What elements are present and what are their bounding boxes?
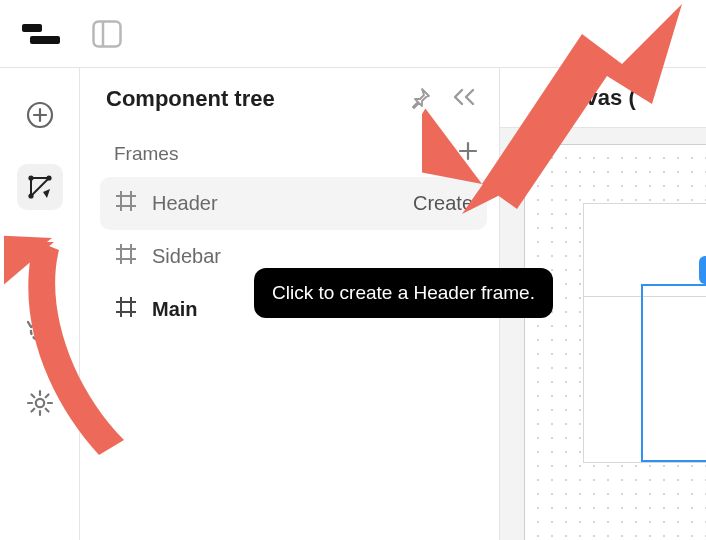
left-rail (0, 68, 80, 540)
canvas-header: Canvas ( (500, 68, 706, 128)
history-icon[interactable] (17, 308, 63, 354)
frames-label: Frames (114, 143, 178, 165)
top-bar (0, 0, 706, 68)
artboard-frame[interactable]: Toeg N able1 (583, 203, 706, 463)
add-component-icon[interactable] (17, 92, 63, 138)
svg-point-12 (35, 399, 43, 407)
svg-line-17 (31, 395, 34, 398)
component-tree-icon[interactable] (17, 164, 63, 210)
panel-title: Component tree (106, 86, 275, 112)
settings-icon[interactable] (17, 380, 63, 426)
pin-icon[interactable] (409, 87, 431, 112)
svg-line-19 (31, 409, 34, 412)
code-icon[interactable] (17, 236, 63, 282)
frame-row-header[interactable]: Header Create (100, 177, 487, 230)
svg-line-11 (39, 250, 43, 268)
canvas-artboard[interactable]: Toeg N able1 (524, 144, 706, 540)
panel-header: Component tree (80, 68, 499, 126)
selected-table[interactable] (641, 284, 706, 462)
collapse-icon[interactable] (451, 87, 477, 112)
frame-icon (114, 242, 138, 271)
frame-icon (114, 189, 138, 218)
app-logo[interactable] (22, 24, 60, 44)
layout-icon[interactable] (92, 20, 122, 48)
frame-label: Sidebar (152, 245, 473, 268)
selection-chip[interactable]: able1 (699, 256, 706, 284)
svg-rect-0 (94, 21, 121, 46)
svg-line-20 (45, 395, 48, 398)
svg-line-18 (45, 409, 48, 412)
frame-icon (114, 295, 138, 324)
frame-label: Header (152, 192, 399, 215)
create-frame-button[interactable]: Create (413, 192, 473, 215)
frames-header: Frames (80, 126, 499, 177)
canvas-body[interactable]: Toeg N able1 (500, 128, 706, 540)
tooltip: Click to create a Header frame. (254, 268, 553, 318)
add-frame-icon[interactable] (457, 140, 479, 167)
canvas-title: Canvas ( (544, 85, 636, 111)
